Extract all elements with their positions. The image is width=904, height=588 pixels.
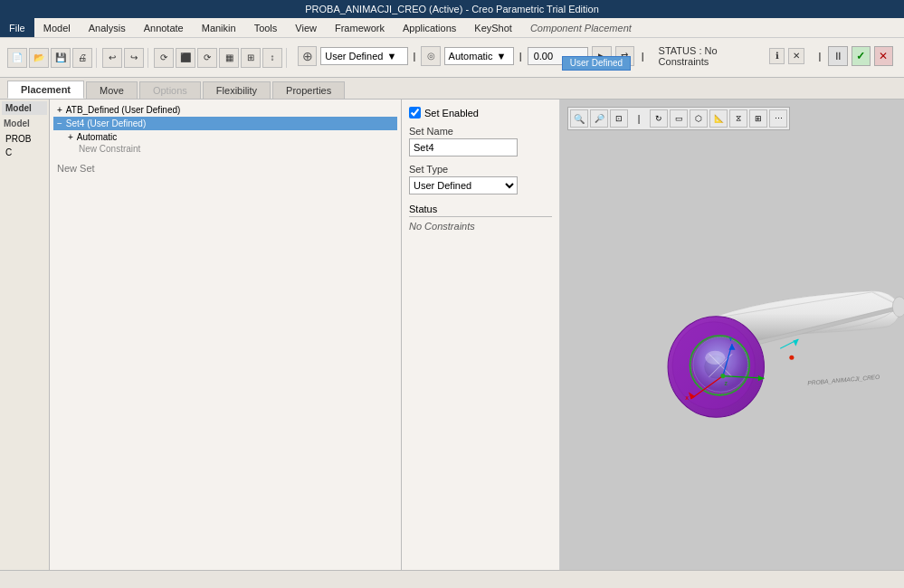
tree-item-prob[interactable]: PROB — [2, 132, 47, 146]
tb-automatic-icon: ◎ — [421, 46, 440, 66]
node-set4[interactable]: − Set4 (User Defined) — [53, 117, 397, 130]
status-area: STATUS : No Constraints ℹ ✕ — [652, 45, 812, 67]
status-value: No Constraints — [409, 217, 552, 235]
tb-misc3-btn[interactable]: ↕ — [262, 48, 282, 68]
set-name-label: Set Name — [409, 126, 552, 137]
menu-keyshot[interactable]: KeyShot — [465, 18, 521, 37]
toolbar-separator3: | — [642, 51, 644, 62]
pause-button[interactable]: ⏸ — [828, 46, 847, 66]
status-section-header: Status — [409, 204, 552, 217]
set-type-section: Set Type User Defined Pin Slider Cylindr… — [409, 164, 552, 194]
tb-stop-btn[interactable]: ⬛ — [176, 48, 195, 68]
toolbar: 📄 📂 💾 🖨 ↩ ↪ ⟳ ⬛ ⟳ ▦ ⊞ ↕ ⊕ User Defined ▼… — [0, 38, 904, 78]
tb-new-btn[interactable]: 📄 — [7, 48, 27, 68]
main-content: Model Model PROB C + ATB_Defined (User D… — [0, 100, 904, 570]
set-type-select[interactable]: User Defined Pin Slider Cylindrical Plan… — [409, 176, 518, 194]
tab-bar: Placement Move Options Flexibility Prope… — [0, 78, 904, 100]
svg-text:X: X — [685, 395, 689, 401]
svg-point-23 — [789, 356, 794, 360]
svg-point-20 — [720, 374, 725, 378]
menu-model[interactable]: Model — [34, 18, 80, 37]
node-atb[interactable]: + ATB_Defined (User Defined) — [53, 103, 397, 117]
new-set-link[interactable]: New Set — [53, 161, 397, 175]
menu-framework[interactable]: Framework — [326, 18, 394, 37]
title-bar: PROBA_ANIMACJI_CREO (Active) - Creo Para… — [0, 0, 904, 18]
tb-status-info[interactable]: ℹ — [769, 48, 785, 64]
dropdown-automatic[interactable]: Automatic ▼ — [444, 47, 514, 65]
set-type-label: Set Type — [409, 164, 552, 175]
tb-misc1-btn[interactable]: ▦ — [219, 48, 239, 68]
toolbar-group-icons: 📄 📂 💾 🖨 — [4, 48, 97, 68]
cancel-button[interactable]: ✕ — [874, 46, 893, 66]
3d-model-svg: PROBA_ANIMACJI_CREO Z Y X — [560, 100, 904, 570]
toolbar-group-undo: ↩ ↪ — [99, 48, 148, 68]
set-name-section: Set Name — [409, 126, 552, 156]
svg-point-8 — [693, 337, 748, 393]
constraint-form: Set Enabled Set Name Set Type User Defin… — [402, 100, 560, 570]
menu-view[interactable]: View — [286, 18, 326, 37]
toolbar-group-regen: ⟳ ⬛ ⟳ ▦ ⊞ ↕ — [150, 48, 287, 68]
node-automatic-label: Automatic — [77, 132, 117, 142]
viewport[interactable]: 🔍 🔎 ⊡ | ↻ ▭ ⬡ 📐 ⧖ ⊞ ⋯ — [560, 100, 904, 570]
toolbar-separator1: | — [414, 51, 416, 62]
menu-component-placement[interactable]: Component Placement — [521, 18, 641, 37]
menu-file[interactable]: File — [0, 18, 34, 37]
tb-save-btn[interactable]: 💾 — [51, 48, 71, 68]
tab-placement[interactable]: Placement — [7, 81, 84, 99]
ok-button[interactable]: ✓ — [852, 46, 871, 66]
model-tree-header: Model — [2, 101, 47, 115]
tree-item-c[interactable]: C — [2, 146, 47, 159]
placement-panel: + ATB_Defined (User Defined) − Set4 (Use… — [50, 100, 402, 570]
menu-bar: File Model Analysis Annotate Manikin Too… — [0, 18, 904, 38]
node-automatic[interactable]: + Automatic — [53, 130, 397, 144]
svg-text:Y: Y — [728, 337, 732, 342]
tb-redo-btn[interactable]: ↪ — [124, 48, 144, 68]
set-name-input[interactable] — [409, 138, 518, 156]
svg-point-4 — [892, 297, 904, 317]
model-tree-subheader: Model — [2, 117, 47, 132]
tb-place-icon: ⊕ — [298, 46, 317, 66]
tb-status-x[interactable]: ✕ — [788, 48, 804, 64]
set-enabled-label: Set Enabled — [424, 108, 479, 119]
svg-point-9 — [705, 351, 725, 365]
tb-misc2-btn[interactable]: ⊞ — [241, 48, 261, 68]
tab-flexibility[interactable]: Flexibility — [203, 81, 271, 99]
set-enabled-checkbox[interactable] — [409, 107, 421, 119]
set-enabled-row: Set Enabled — [409, 107, 552, 119]
tb-regen2-btn[interactable]: ⟳ — [197, 48, 217, 68]
node-atb-label: ATB_Defined (User Defined) — [66, 105, 181, 115]
menu-manikin[interactable]: Manikin — [193, 18, 245, 37]
tb-regen-btn[interactable]: ⟳ — [154, 48, 174, 68]
node-automatic-icon: + — [68, 132, 73, 142]
node-set4-label: Set4 (User Defined) — [66, 119, 146, 128]
title-text: PROBA_ANIMACJI_CREO (Active) - Creo Para… — [305, 4, 599, 14]
toolbar-separator4: | — [819, 51, 822, 62]
status-bar — [0, 570, 904, 588]
tb-open-btn[interactable]: 📂 — [29, 48, 49, 68]
tab-properties[interactable]: Properties — [272, 81, 345, 99]
tb-undo-btn[interactable]: ↩ — [102, 48, 122, 68]
user-defined-label-btn[interactable]: User Defined — [562, 56, 631, 71]
toolbar-separator2: | — [519, 51, 522, 62]
tb-print-btn[interactable]: 🖨 — [72, 48, 92, 68]
menu-applications[interactable]: Applications — [394, 18, 465, 37]
node-new-constraint[interactable]: New Constraint — [53, 144, 397, 154]
svg-text:Z: Z — [724, 381, 728, 386]
menu-tools[interactable]: Tools — [245, 18, 287, 37]
menu-annotate[interactable]: Annotate — [135, 18, 193, 37]
tab-move[interactable]: Move — [86, 81, 138, 99]
dropdown-user-defined[interactable]: User Defined ▼ — [320, 47, 407, 65]
menu-analysis[interactable]: Analysis — [80, 18, 135, 37]
model-tree: Model Model PROB C — [0, 100, 50, 570]
node-atb-icon: + — [57, 105, 62, 115]
node-set4-icon: − — [57, 119, 62, 128]
tab-options: Options — [139, 81, 201, 99]
